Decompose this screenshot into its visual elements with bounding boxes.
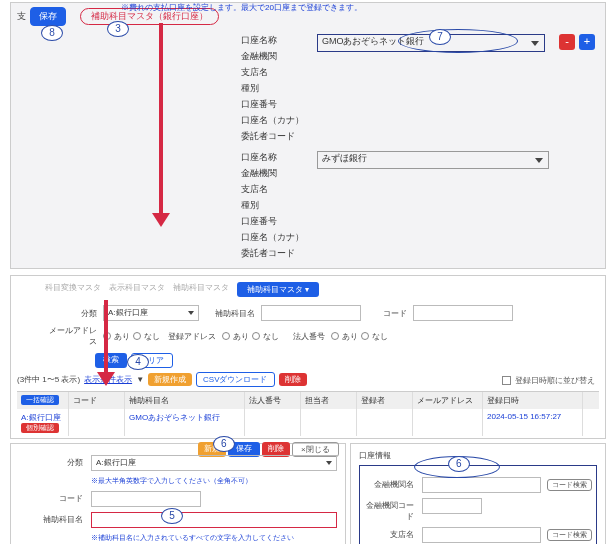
new-button[interactable]: 新規作成 xyxy=(148,373,192,386)
col-name[interactable]: 補助科目名 xyxy=(125,392,245,409)
aux-edit-panel: 新規 保存 削除 ×閉じる 6 分類 A:銀行口座 ※最大半角英数字で入力してく… xyxy=(10,443,346,544)
prefix-label: 支 xyxy=(17,10,26,23)
callout-6b: 6 xyxy=(448,456,470,472)
callout-7: 7 xyxy=(429,29,451,45)
display-toggle[interactable]: 表示条件表示 xyxy=(84,374,132,385)
tab-aux-active[interactable]: 補助科目マスタ ▾ xyxy=(237,282,319,297)
save-button[interactable]: 保存 xyxy=(30,7,66,26)
kikan-code-input[interactable] xyxy=(422,498,482,514)
radio-icon xyxy=(252,332,260,340)
remove-account-button[interactable]: - xyxy=(559,34,575,50)
radio-icon xyxy=(222,332,230,340)
radio-icon xyxy=(331,332,339,340)
label-siten: 支店名 xyxy=(364,527,414,540)
tab-conversion[interactable]: 科目変換マスタ xyxy=(45,282,101,297)
callout-8: 8 xyxy=(41,25,63,41)
result-count: (3件中 1〜5 表示) xyxy=(17,374,80,385)
add-account-button[interactable]: + xyxy=(579,34,595,50)
callout-6: 6 xyxy=(213,436,235,452)
mail-radio-group[interactable]: あり なし xyxy=(103,331,160,342)
tab-bar: 科目変換マスタ 表示科目マスタ 補助科目マスタ 補助科目マスタ ▾ xyxy=(17,282,599,297)
label-bunrui: 分類 xyxy=(19,455,83,468)
row-bunrui[interactable]: A:銀行口座 xyxy=(21,413,61,422)
account-info-frame: 6 金融機関名 コード検索 金融機関コード 支店名 コード検索 支店コード 預金… xyxy=(359,465,597,544)
hint-bunrui: ※最大半角英数字で入力してください（全角不可） xyxy=(91,476,337,486)
label-kikan-code: 金融機関コード xyxy=(364,498,414,522)
limit-note: ※費れの支払口座を設定します。最大で20口座まで登録できます。 xyxy=(121,2,362,13)
col-reg[interactable]: 登録者 xyxy=(357,392,413,409)
label-bunrui: 分類 xyxy=(47,308,97,319)
csv-button[interactable]: CSVダウンロード xyxy=(196,372,274,387)
kikan-input[interactable] xyxy=(422,477,541,493)
search-button[interactable]: 検索 xyxy=(95,353,127,368)
label-code: コード xyxy=(19,491,83,504)
col-mail[interactable]: メールアドレス xyxy=(413,392,483,409)
callout-ellipse-7 xyxy=(398,29,518,53)
regaddr-radio-group[interactable]: あり なし xyxy=(222,331,279,342)
radio-icon xyxy=(133,332,141,340)
results-grid: 一括確認 コード 補助科目名 法人番号 担当者 登録者 メールアドレス 登録日時… xyxy=(17,391,599,436)
master-search-section: 科目変換マスタ 表示科目マスタ 補助科目マスタ 補助科目マスタ ▾ 分類 A:銀… xyxy=(10,275,606,439)
col-code[interactable]: コード xyxy=(69,392,125,409)
legal-radio-group[interactable]: あり なし xyxy=(331,331,388,342)
account-field-labels: 口座名称 金融機関 支店名 種別 口座番号 口座名（カナ） 委託者コード xyxy=(241,151,307,260)
account-name-select-2[interactable]: みずほ銀行 xyxy=(317,151,549,169)
code-input[interactable] xyxy=(413,305,513,321)
delete-button[interactable]: 削除 xyxy=(279,373,307,386)
auxname-input[interactable] xyxy=(261,305,361,321)
bunrui-select[interactable]: A:銀行口座 xyxy=(103,305,199,321)
callout-4: 4 xyxy=(127,354,149,370)
table-row[interactable]: A:銀行口座 個別確認 GMOあおぞらネット銀行 2024-05-15 16:5… xyxy=(17,409,599,436)
bulk-confirm-button[interactable]: 一括確認 xyxy=(21,395,59,405)
label-mail: メールアドレス xyxy=(47,325,97,347)
bunrui-select-edit[interactable]: A:銀行口座 xyxy=(91,455,337,471)
bank-account-section: ※費れの支払口座を設定します。最大で20口座まで登録できます。 支 保存 補助科… xyxy=(10,2,606,269)
label-kikan: 金融機関名 xyxy=(364,477,414,490)
checkbox-icon xyxy=(502,376,511,385)
radio-icon xyxy=(103,332,111,340)
account-info-panel: 口座情報 6 金融機関名 コード検索 金融機関コード 支店名 コード検索 支店コ… xyxy=(350,443,606,544)
siten-input[interactable] xyxy=(422,527,541,543)
label-regaddr: 登録アドレス xyxy=(166,331,216,342)
col-legal[interactable]: 法人番号 xyxy=(245,392,301,409)
auxname-input-edit[interactable] xyxy=(91,512,337,528)
hint-name: ※補助科目名に入力されているすべての文字を入力してください xyxy=(91,533,337,543)
code-search-button[interactable]: コード検索 xyxy=(547,529,592,541)
label-auxname: 補助科目名 xyxy=(19,512,83,525)
row-confirm-button[interactable]: 個別確認 xyxy=(21,423,59,433)
label-code: コード xyxy=(367,308,407,319)
callout-3: 3 xyxy=(107,21,129,37)
sort-by-date-check[interactable]: 登録日時順に並び替え xyxy=(502,375,595,386)
col-resp[interactable]: 担当者 xyxy=(301,392,357,409)
row-date: 2024-05-15 16:57:27 xyxy=(483,409,583,436)
radio-icon xyxy=(361,332,369,340)
code-input-edit[interactable] xyxy=(91,491,201,507)
tab-aux-alt[interactable]: 補助科目マスタ xyxy=(173,282,229,297)
account-field-labels: 口座名称 金融機関 支店名 種別 口座番号 口座名（カナ） 委託者コード xyxy=(241,34,307,143)
label-auxname: 補助科目名 xyxy=(205,308,255,319)
add-remove-controls: - + xyxy=(559,34,595,50)
tab-display[interactable]: 表示科目マスタ xyxy=(109,282,165,297)
label-legal: 法人番号 xyxy=(285,331,325,342)
row-name-link[interactable]: GMOあおぞらネット銀行 xyxy=(129,413,220,422)
callout-5: 5 xyxy=(161,508,183,524)
col-date[interactable]: 登録日時 xyxy=(483,392,583,409)
code-search-button[interactable]: コード検索 xyxy=(547,479,592,491)
